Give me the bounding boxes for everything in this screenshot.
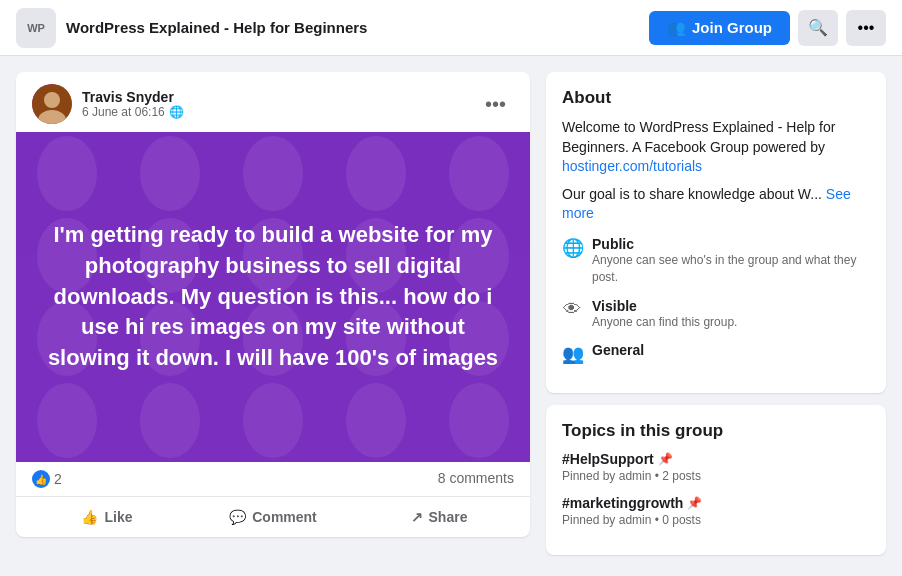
about-intro-text: Welcome to WordPress Explained - Help fo…	[562, 118, 870, 177]
topic-1-meta: Pinned by admin • 2 posts	[562, 469, 870, 483]
group-title: WordPress Explained - Help for Beginners	[66, 19, 367, 36]
topic-2-name[interactable]: #marketinggrowth	[562, 495, 683, 511]
header-logo-area: WP WordPress Explained - Help for Beginn…	[16, 8, 649, 48]
svg-point-3	[44, 92, 60, 108]
about-meta-public: 🌐 Public Anyone can see who's in the gro…	[562, 236, 870, 286]
share-action-label: Share	[429, 509, 468, 525]
avatar	[32, 84, 72, 124]
post-meta: Travis Snyder 6 June at 06:16 🌐	[82, 89, 467, 119]
post-header: Travis Snyder 6 June at 06:16 🌐 •••	[16, 72, 530, 132]
post-author-name: Travis Snyder	[82, 89, 467, 105]
about-meta-visible: 👁 Visible Anyone can find this group.	[562, 298, 870, 331]
post-card: Travis Snyder 6 June at 06:16 🌐 •••	[16, 72, 530, 537]
privacy-icon: 🌐	[169, 105, 184, 119]
topic-2-meta: Pinned by admin • 0 posts	[562, 513, 870, 527]
visible-desc: Anyone can find this group.	[592, 314, 737, 331]
topic-item-1: #HelpSupport 📌 Pinned by admin • 2 posts	[562, 451, 870, 483]
about-meta-general: 👥 General	[562, 342, 870, 365]
post-actions: 👍 Like 💬 Comment ↗ Share	[16, 497, 530, 537]
search-button[interactable]: 🔍	[798, 10, 838, 46]
topics-title: Topics in this group	[562, 421, 870, 441]
avatar-image	[32, 84, 72, 124]
topic-1-name[interactable]: #HelpSupport	[562, 451, 654, 467]
more-icon: •••	[858, 19, 875, 37]
like-number: 2	[54, 471, 62, 487]
feed-column: Travis Snyder 6 June at 06:16 🌐 •••	[16, 72, 530, 555]
like-count: 👍 2	[32, 470, 62, 488]
sidebar-column: About Welcome to WordPress Explained - H…	[546, 72, 886, 555]
join-group-button[interactable]: 👥 Join Group	[649, 11, 790, 45]
post-image: I'm getting ready to build a website for…	[16, 132, 530, 462]
post-more-button[interactable]: •••	[477, 89, 514, 120]
about-link[interactable]: hostinger.com/tutorials	[562, 158, 702, 174]
comment-action-label: Comment	[252, 509, 317, 525]
svg-text:WP: WP	[27, 22, 45, 34]
topics-card: Topics in this group #HelpSupport 📌 Pinn…	[546, 405, 886, 555]
like-action-label: Like	[104, 509, 132, 525]
share-action-icon: ↗	[411, 509, 423, 525]
public-desc: Anyone can see who's in the group and wh…	[592, 252, 870, 286]
eye-icon: 👁	[562, 299, 582, 320]
topic-1-pin-icon: 📌	[658, 452, 673, 466]
post-body-text: I'm getting ready to build a website for…	[16, 200, 530, 394]
visible-label: Visible	[592, 298, 737, 314]
page-header: WP WordPress Explained - Help for Beginn…	[0, 0, 902, 56]
public-label: Public	[592, 236, 870, 252]
join-group-icon: 👥	[667, 19, 686, 37]
globe-icon: 🌐	[562, 237, 582, 259]
about-card: About Welcome to WordPress Explained - H…	[546, 72, 886, 393]
page-layout: Travis Snyder 6 June at 06:16 🌐 •••	[0, 56, 902, 571]
topic-2-pin-icon: 📌	[687, 496, 702, 510]
topic-item-2: #marketinggrowth 📌 Pinned by admin • 0 p…	[562, 495, 870, 527]
more-button[interactable]: •••	[846, 10, 886, 46]
group-logo-icon: WP	[16, 8, 56, 48]
comment-action-icon: 💬	[229, 509, 246, 525]
post-stats: 👍 2 8 comments	[16, 462, 530, 497]
about-goal-text: Our goal is to share knowledge about W..…	[562, 185, 870, 224]
comment-button[interactable]: 💬 Comment	[190, 501, 356, 533]
post-timestamp: 6 June at 06:16 🌐	[82, 105, 467, 119]
about-title: About	[562, 88, 870, 108]
like-button[interactable]: 👍 Like	[24, 501, 190, 533]
comment-count[interactable]: 8 comments	[438, 470, 514, 488]
header-actions: 👥 Join Group 🔍 •••	[649, 10, 886, 46]
like-icon: 👍	[32, 470, 50, 488]
join-group-label: Join Group	[692, 19, 772, 36]
search-icon: 🔍	[808, 18, 828, 37]
like-action-icon: 👍	[81, 509, 98, 525]
general-icon: 👥	[562, 343, 582, 365]
general-label: General	[592, 342, 644, 358]
share-button[interactable]: ↗ Share	[356, 501, 522, 533]
